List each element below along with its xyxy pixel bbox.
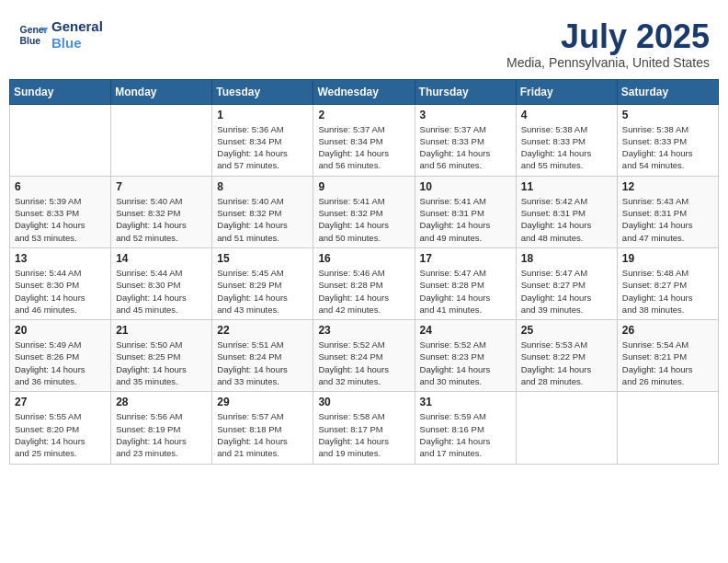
- day-number: 17: [420, 252, 511, 265]
- day-cell: 21Sunrise: 5:50 AM Sunset: 8:25 PM Dayli…: [111, 320, 212, 392]
- day-number: 31: [420, 396, 511, 408]
- day-cell: 12Sunrise: 5:43 AM Sunset: 8:31 PM Dayli…: [617, 176, 718, 247]
- day-number: 14: [116, 252, 207, 265]
- week-row-1: 1Sunrise: 5:36 AM Sunset: 8:34 PM Daylig…: [10, 104, 719, 176]
- weekday-header-friday: Friday: [516, 79, 617, 104]
- day-number: 6: [15, 180, 106, 193]
- title-block: July 2025 Media, Pennsylvania, United St…: [506, 18, 710, 70]
- day-cell: 2Sunrise: 5:37 AM Sunset: 8:34 PM Daylig…: [313, 104, 415, 176]
- weekday-header-monday: Monday: [111, 79, 212, 104]
- day-cell: 7Sunrise: 5:40 AM Sunset: 8:32 PM Daylig…: [111, 176, 212, 247]
- week-row-4: 20Sunrise: 5:49 AM Sunset: 8:26 PM Dayli…: [10, 320, 719, 392]
- day-info: Sunrise: 5:42 AM Sunset: 8:31 PM Dayligh…: [521, 195, 612, 244]
- day-cell: 15Sunrise: 5:45 AM Sunset: 8:29 PM Dayli…: [212, 247, 313, 319]
- logo-general: General: [51, 18, 103, 35]
- logo-icon: General Blue: [18, 20, 48, 50]
- day-cell: 28Sunrise: 5:56 AM Sunset: 8:19 PM Dayli…: [111, 392, 212, 464]
- day-info: Sunrise: 5:39 AM Sunset: 8:33 PM Dayligh…: [15, 195, 106, 244]
- day-number: 9: [318, 180, 409, 193]
- day-info: Sunrise: 5:57 AM Sunset: 8:18 PM Dayligh…: [217, 410, 308, 459]
- day-info: Sunrise: 5:38 AM Sunset: 8:33 PM Dayligh…: [622, 123, 713, 172]
- day-info: Sunrise: 5:41 AM Sunset: 8:31 PM Dayligh…: [420, 195, 511, 244]
- day-number: 30: [318, 396, 409, 408]
- day-info: Sunrise: 5:45 AM Sunset: 8:29 PM Dayligh…: [217, 267, 308, 316]
- day-info: Sunrise: 5:41 AM Sunset: 8:32 PM Dayligh…: [318, 195, 409, 244]
- day-cell: 18Sunrise: 5:47 AM Sunset: 8:27 PM Dayli…: [516, 247, 617, 319]
- day-number: 16: [318, 252, 409, 265]
- day-number: 1: [217, 109, 308, 121]
- day-cell: 22Sunrise: 5:51 AM Sunset: 8:24 PM Dayli…: [212, 320, 313, 392]
- day-number: 5: [622, 109, 713, 121]
- day-info: Sunrise: 5:43 AM Sunset: 8:31 PM Dayligh…: [622, 195, 713, 244]
- day-cell: 8Sunrise: 5:40 AM Sunset: 8:32 PM Daylig…: [212, 176, 313, 247]
- day-info: Sunrise: 5:40 AM Sunset: 8:32 PM Dayligh…: [116, 195, 207, 244]
- day-cell: 19Sunrise: 5:48 AM Sunset: 8:27 PM Dayli…: [617, 247, 718, 319]
- day-number: 27: [15, 396, 106, 408]
- day-number: 12: [622, 180, 713, 193]
- day-info: Sunrise: 5:59 AM Sunset: 8:16 PM Dayligh…: [420, 410, 511, 459]
- day-info: Sunrise: 5:48 AM Sunset: 8:27 PM Dayligh…: [622, 267, 713, 316]
- day-cell: [617, 392, 718, 464]
- day-cell: 11Sunrise: 5:42 AM Sunset: 8:31 PM Dayli…: [516, 176, 617, 247]
- day-cell: 30Sunrise: 5:58 AM Sunset: 8:17 PM Dayli…: [313, 392, 415, 464]
- day-cell: 14Sunrise: 5:44 AM Sunset: 8:30 PM Dayli…: [111, 247, 212, 319]
- weekday-header-tuesday: Tuesday: [212, 79, 313, 104]
- day-number: 20: [15, 324, 106, 337]
- day-number: 22: [217, 324, 308, 337]
- logo-blue: Blue: [51, 35, 103, 52]
- day-cell: 16Sunrise: 5:46 AM Sunset: 8:28 PM Dayli…: [313, 247, 415, 319]
- week-row-5: 27Sunrise: 5:55 AM Sunset: 8:20 PM Dayli…: [10, 392, 719, 464]
- day-cell: 13Sunrise: 5:44 AM Sunset: 8:30 PM Dayli…: [10, 247, 111, 319]
- day-number: 18: [521, 252, 612, 265]
- day-number: 28: [116, 396, 207, 408]
- day-cell: 24Sunrise: 5:52 AM Sunset: 8:23 PM Dayli…: [415, 320, 516, 392]
- day-cell: 3Sunrise: 5:37 AM Sunset: 8:33 PM Daylig…: [415, 104, 516, 176]
- logo: General Blue General Blue: [18, 18, 103, 52]
- day-info: Sunrise: 5:38 AM Sunset: 8:33 PM Dayligh…: [521, 123, 612, 172]
- day-info: Sunrise: 5:37 AM Sunset: 8:34 PM Dayligh…: [318, 123, 409, 172]
- day-info: Sunrise: 5:44 AM Sunset: 8:30 PM Dayligh…: [15, 267, 106, 316]
- day-info: Sunrise: 5:53 AM Sunset: 8:22 PM Dayligh…: [521, 339, 612, 387]
- day-number: 10: [420, 180, 511, 193]
- day-cell: 17Sunrise: 5:47 AM Sunset: 8:28 PM Dayli…: [415, 247, 516, 319]
- week-row-3: 13Sunrise: 5:44 AM Sunset: 8:30 PM Dayli…: [10, 247, 719, 319]
- day-info: Sunrise: 5:47 AM Sunset: 8:27 PM Dayligh…: [521, 267, 612, 316]
- day-cell: 20Sunrise: 5:49 AM Sunset: 8:26 PM Dayli…: [10, 320, 111, 392]
- day-number: 19: [622, 252, 713, 265]
- day-number: 13: [15, 252, 106, 265]
- day-info: Sunrise: 5:56 AM Sunset: 8:19 PM Dayligh…: [116, 410, 207, 459]
- day-cell: 25Sunrise: 5:53 AM Sunset: 8:22 PM Dayli…: [516, 320, 617, 392]
- day-cell: 27Sunrise: 5:55 AM Sunset: 8:20 PM Dayli…: [10, 392, 111, 464]
- day-info: Sunrise: 5:52 AM Sunset: 8:24 PM Dayligh…: [318, 339, 409, 387]
- day-cell: 23Sunrise: 5:52 AM Sunset: 8:24 PM Dayli…: [313, 320, 415, 392]
- day-cell: 9Sunrise: 5:41 AM Sunset: 8:32 PM Daylig…: [313, 176, 415, 247]
- day-info: Sunrise: 5:46 AM Sunset: 8:28 PM Dayligh…: [318, 267, 409, 316]
- month-title: July 2025: [506, 18, 710, 55]
- day-cell: 10Sunrise: 5:41 AM Sunset: 8:31 PM Dayli…: [415, 176, 516, 247]
- day-cell: 4Sunrise: 5:38 AM Sunset: 8:33 PM Daylig…: [516, 104, 617, 176]
- day-info: Sunrise: 5:47 AM Sunset: 8:28 PM Dayligh…: [420, 267, 511, 316]
- weekday-header-saturday: Saturday: [617, 79, 718, 104]
- day-number: 25: [521, 324, 612, 337]
- day-cell: [516, 392, 617, 464]
- day-number: 7: [116, 180, 207, 193]
- page-header: General Blue General Blue July 2025 Medi…: [9, 9, 719, 75]
- day-info: Sunrise: 5:36 AM Sunset: 8:34 PM Dayligh…: [217, 123, 308, 172]
- day-cell: 31Sunrise: 5:59 AM Sunset: 8:16 PM Dayli…: [415, 392, 516, 464]
- day-cell: 29Sunrise: 5:57 AM Sunset: 8:18 PM Dayli…: [212, 392, 313, 464]
- location-title: Media, Pennsylvania, United States: [506, 55, 710, 70]
- day-number: 23: [318, 324, 409, 337]
- day-number: 24: [420, 324, 511, 337]
- day-number: 8: [217, 180, 308, 193]
- day-cell: 1Sunrise: 5:36 AM Sunset: 8:34 PM Daylig…: [212, 104, 313, 176]
- day-cell: 26Sunrise: 5:54 AM Sunset: 8:21 PM Dayli…: [617, 320, 718, 392]
- day-info: Sunrise: 5:37 AM Sunset: 8:33 PM Dayligh…: [420, 123, 511, 172]
- day-info: Sunrise: 5:51 AM Sunset: 8:24 PM Dayligh…: [217, 339, 308, 387]
- weekday-header-row: SundayMondayTuesdayWednesdayThursdayFrid…: [10, 79, 719, 104]
- day-number: 29: [217, 396, 308, 408]
- day-number: 4: [521, 109, 612, 121]
- day-number: 26: [622, 324, 713, 337]
- day-cell: 5Sunrise: 5:38 AM Sunset: 8:33 PM Daylig…: [617, 104, 718, 176]
- day-info: Sunrise: 5:50 AM Sunset: 8:25 PM Dayligh…: [116, 339, 207, 387]
- day-number: 3: [420, 109, 511, 121]
